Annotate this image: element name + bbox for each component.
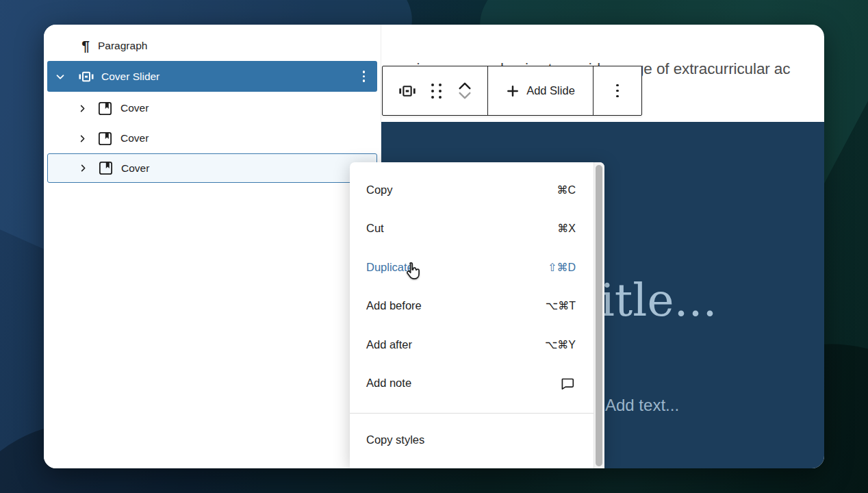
menu-item-label: Add note xyxy=(366,377,411,390)
menu-item-copy-styles[interactable]: Copy styles xyxy=(350,420,604,459)
menu-item-copy[interactable]: Copy ⌘C xyxy=(350,170,604,210)
plus-icon xyxy=(506,84,520,98)
menu-item-add-before[interactable]: Add before ⌥⌘T xyxy=(350,287,604,326)
comment-icon xyxy=(559,375,576,392)
menu-divider xyxy=(350,413,604,414)
drag-handle-icon[interactable] xyxy=(431,84,442,99)
list-view-panel: ¶ Paragraph Cover Slider xyxy=(44,25,381,468)
paragraph-icon: ¶ xyxy=(77,38,94,54)
menu-item-add-after[interactable]: Add after ⌥⌘Y xyxy=(350,325,604,364)
menu-item-label: Cut xyxy=(366,222,384,235)
move-up-icon[interactable] xyxy=(457,81,472,90)
add-slide-button[interactable]: Add Slide xyxy=(488,66,593,115)
menu-item-label: Copy styles xyxy=(366,433,424,446)
chevron-right-icon[interactable] xyxy=(77,134,88,144)
menu-scrollbar-thumb[interactable] xyxy=(596,165,602,466)
cover-block-icon xyxy=(97,131,113,147)
move-down-icon[interactable] xyxy=(457,92,472,100)
block-context-menu: Copy ⌘C Cut ⌘X Duplicate ⇧⌘D Add before … xyxy=(350,162,604,468)
mouse-pointer-cursor xyxy=(403,262,424,283)
list-item-label: Cover xyxy=(121,162,149,175)
list-item-label: Paragraph xyxy=(98,40,147,52)
menu-item-label: Copy xyxy=(366,184,393,197)
menu-item-shortcut: ⌘X xyxy=(557,222,576,235)
chevron-right-icon[interactable] xyxy=(77,103,88,114)
block-toolbar: Add Slide xyxy=(382,66,642,116)
add-slide-label: Add Slide xyxy=(526,84,575,97)
menu-item-shortcut: ⌘C xyxy=(557,184,576,197)
list-item-label: Cover Slider xyxy=(101,71,363,83)
menu-item-label: Add before xyxy=(366,299,422,312)
menu-item-shortcut: ⌥⌘Y xyxy=(545,338,576,351)
toolbar-options-button[interactable] xyxy=(593,66,641,115)
cover-block-icon xyxy=(98,160,114,176)
list-item-cover-2[interactable]: Cover xyxy=(47,123,377,153)
move-up-down-control xyxy=(457,81,472,100)
chevron-right-icon[interactable] xyxy=(78,163,89,173)
slider-block-icon[interactable] xyxy=(398,82,416,100)
menu-item-cut[interactable]: Cut ⌘X xyxy=(350,210,604,249)
list-item-cover-1[interactable]: Cover xyxy=(47,93,377,123)
toolbar-group-block xyxy=(383,66,488,115)
cover-text-placeholder[interactable]: Add text... xyxy=(605,396,679,415)
list-item-cover-3-selected[interactable]: Cover xyxy=(47,153,377,183)
menu-item-add-note[interactable]: Add note xyxy=(350,364,604,403)
slider-block-icon xyxy=(78,68,94,85)
options-kebab-icon[interactable] xyxy=(363,71,365,81)
menu-scrollbar-track[interactable] xyxy=(593,162,604,468)
list-item-label: Cover xyxy=(120,102,149,114)
list-item-paragraph[interactable]: ¶ Paragraph xyxy=(47,31,377,61)
cover-block-icon xyxy=(97,101,113,116)
options-kebab-icon xyxy=(616,84,619,98)
list-item-cover-slider[interactable]: Cover Slider xyxy=(47,61,377,92)
list-item-label: Cover xyxy=(120,132,149,144)
menu-item-duplicate[interactable]: Duplicate ⇧⌘D xyxy=(350,248,604,287)
menu-item-shortcut: ⌥⌘T xyxy=(546,299,576,312)
editor-window: ¶ Paragraph Cover Slider xyxy=(44,25,824,468)
chevron-down-icon[interactable] xyxy=(54,71,68,83)
menu-item-shortcut: ⇧⌘D xyxy=(548,261,576,274)
menu-item-label: Add after xyxy=(366,338,412,351)
